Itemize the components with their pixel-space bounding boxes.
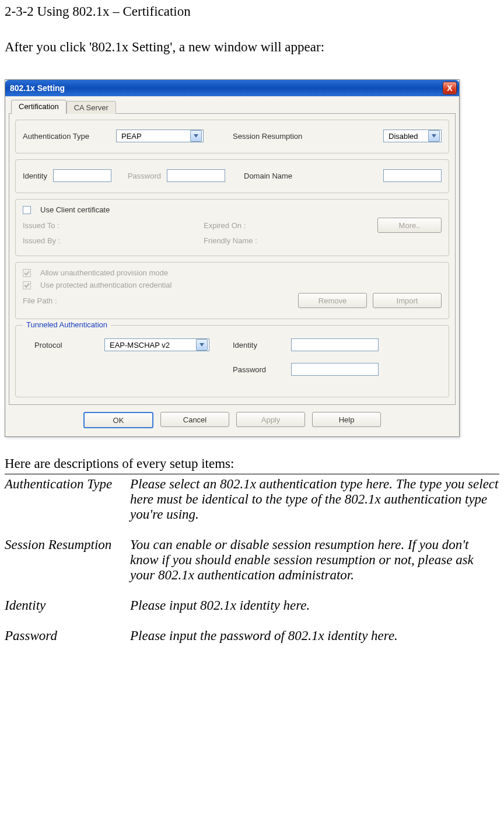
identity-block: Identity Password Domain Name — [15, 159, 449, 193]
auth-block: Authentication Type PEAP Session Resumpt… — [15, 120, 449, 153]
chevron-down-icon — [428, 130, 440, 142]
password-label: Password — [128, 172, 161, 180]
section-heading: 2-3-2 Using 802.1x – Certification — [5, 2, 499, 20]
import-button[interactable]: Import — [373, 293, 442, 308]
session-resumption-select[interactable]: Disabled — [383, 130, 442, 142]
issued-by-label: Issued By : — [23, 236, 198, 245]
window-title: 802.1x Setting — [10, 83, 65, 93]
table-row: Identity Please input 802.1x identity he… — [5, 598, 499, 613]
intro-paragraph: After you click '802.1x Setting', a new … — [5, 38, 499, 56]
friendly-name-label: Friendly Name : — [204, 236, 257, 245]
descriptions-intro: Here are descriptions of every setup ite… — [5, 455, 499, 473]
tab-certification[interactable]: Certification — [11, 100, 66, 114]
use-client-cert-checkbox[interactable] — [23, 206, 31, 214]
protocol-select[interactable]: EAP-MSCHAP v2 — [104, 338, 209, 351]
identity-label: Identity — [23, 172, 47, 180]
chevron-down-icon — [190, 130, 202, 142]
desc-term: Identity — [5, 598, 130, 613]
descriptions-table: Authentication Type Please select an 802… — [5, 477, 499, 644]
tab-ca-server[interactable]: CA Server — [66, 101, 116, 114]
auth-type-select[interactable]: PEAP — [116, 130, 204, 142]
client-cert-block: Use Client certificate Issued To : Expir… — [15, 199, 449, 256]
desc-text: Please select an 802.1x authentication t… — [130, 477, 499, 522]
apply-button[interactable]: Apply — [236, 412, 305, 427]
domain-name-input[interactable] — [383, 169, 442, 182]
more-button[interactable]: More.. — [377, 218, 442, 233]
close-button[interactable]: X — [443, 82, 457, 95]
use-protected-label: Use protected authentication credential — [40, 281, 172, 289]
dialog-body: Certification CA Server Authentication T… — [5, 96, 459, 406]
password-input[interactable] — [167, 169, 225, 182]
domain-name-label: Domain Name — [244, 172, 292, 180]
chevron-down-icon — [196, 339, 208, 351]
dialog-button-row: OK Cancel Apply Help — [5, 406, 459, 436]
desc-text: You can enable or disable session resump… — [130, 537, 499, 583]
tunneled-auth-block: Tunneled Authentication Protocol EAP-MSC… — [15, 325, 449, 397]
divider — [5, 474, 499, 474]
auth-type-label: Authentication Type — [23, 132, 110, 141]
allow-unauth-checkbox — [23, 269, 31, 277]
session-resumption-value: Disabled — [386, 132, 421, 141]
tab-strip: Certification CA Server — [9, 100, 456, 114]
protocol-label: Protocol — [34, 341, 99, 349]
table-row: Authentication Type Please select an 802… — [5, 477, 499, 522]
use-protected-checkbox — [23, 281, 31, 289]
auth-type-value: PEAP — [119, 132, 144, 141]
check-icon — [24, 270, 30, 276]
ok-button[interactable]: OK — [83, 412, 153, 428]
desc-text: Please input the password of 802.1x iden… — [130, 628, 499, 644]
table-row: Session Resumption You can enable or dis… — [5, 537, 499, 583]
tunnel-password-input[interactable] — [291, 363, 379, 376]
session-resumption-label: Session Resumption — [233, 132, 302, 141]
expired-on-label: Expired On : — [204, 221, 372, 230]
identity-input[interactable] — [53, 169, 111, 182]
file-path-label: File Path : — [23, 296, 292, 305]
table-row: Password Please input the password of 80… — [5, 628, 499, 644]
desc-text: Please input 802.1x identity here. — [130, 598, 499, 613]
desc-term: Password — [5, 628, 130, 644]
cancel-button[interactable]: Cancel — [160, 412, 229, 427]
tab-page-certification: Authentication Type PEAP Session Resumpt… — [9, 113, 456, 405]
desc-term: Session Resumption — [5, 537, 130, 583]
issued-to-label: Issued To : — [23, 221, 198, 230]
close-icon: X — [447, 83, 452, 93]
protocol-value: EAP-MSCHAP v2 — [107, 341, 172, 349]
remove-button[interactable]: Remove — [298, 293, 367, 308]
use-client-cert-label: Use Client certificate — [40, 205, 110, 214]
desc-term: Authentication Type — [5, 477, 130, 522]
tunnel-identity-input[interactable] — [291, 338, 379, 351]
tunnel-password-label: Password — [233, 365, 285, 374]
title-bar: 802.1x Setting X — [5, 80, 459, 96]
tunneled-auth-legend: Tunneled Authentication — [23, 320, 111, 329]
allow-unauth-label: Allow unauthenticated provision mode — [40, 268, 168, 277]
provision-block: Allow unauthenticated provision mode Use… — [15, 262, 449, 319]
help-button[interactable]: Help — [312, 412, 381, 427]
tunnel-identity-label: Identity — [233, 341, 285, 349]
dialog-802-1x-setting: 802.1x Setting X Certification CA Server… — [5, 79, 460, 437]
check-icon — [24, 282, 30, 288]
